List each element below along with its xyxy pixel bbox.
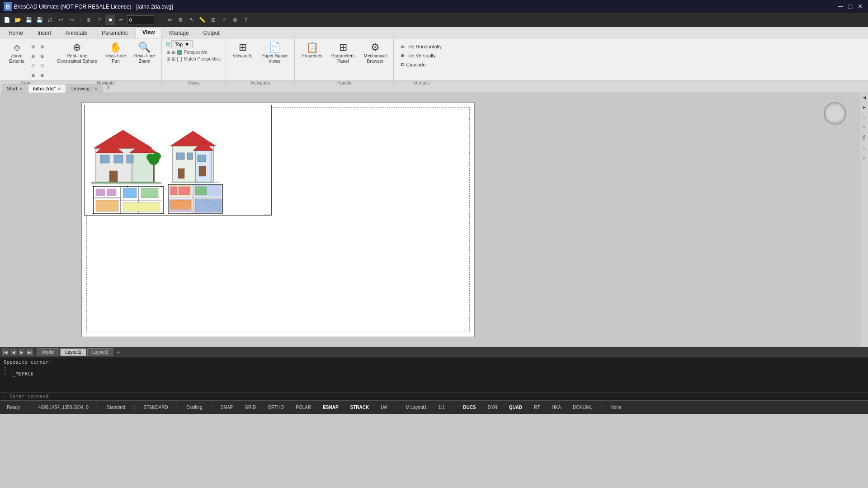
paper-space-views-btn[interactable]: 📄 Paper SpaceViews [258,40,291,72]
add-layout-btn[interactable]: + [114,348,122,356]
right-vtab-fx[interactable]: f(x) [861,133,867,142]
measure-btn[interactable]: 📏 [198,15,208,25]
doc-tab-start[interactable]: Start ✕ [2,84,28,93]
snap-btn[interactable]: ⊕ [84,15,94,25]
coordinates[interactable]: 4690.1454, 1350.6904, 0 [35,404,92,411]
layout-nav-prev[interactable]: ◀ [10,348,17,356]
viewport-box[interactable]: ⊡ [84,105,272,216]
new-btn[interactable]: 📄 [2,15,12,25]
latha-tab-close[interactable]: ✕ [57,86,61,91]
grid-btn[interactable]: GRID [241,404,259,411]
mechanical-browser-btn[interactable]: ⚙ MechanicalBrowser [361,40,390,72]
doc-tab-latha[interactable]: latha 2da* ✕ [28,84,66,93]
modify-btn[interactable]: ⚙ [176,15,186,25]
select-btn[interactable]: ↖ [187,15,197,25]
ducs-btn[interactable]: DUCS [460,404,479,411]
zoom-btn-1[interactable]: ⊕ [29,42,37,51]
drawing1-tab-close[interactable]: ✕ [94,86,98,91]
blocks-btn[interactable]: ⊞ [208,15,218,25]
match-perspective-checkbox[interactable] [177,57,182,61]
right-vtab-1[interactable]: ▶ [861,103,867,111]
tab-home[interactable]: Home [2,28,30,38]
zoom-btn-8[interactable]: ⊛ [38,70,46,80]
dyn-btn[interactable]: DYN [485,404,500,411]
viewports-btn[interactable]: ⊞ Viewports [230,40,256,72]
right-panel-collapse[interactable]: ◀ [863,95,866,100]
tab-annotate[interactable]: Annotate [59,28,94,38]
snap2-btn[interactable]: ⊕ [230,15,240,25]
layout-tab-layout2[interactable]: Layout2 [87,348,113,356]
perspective-checkbox[interactable] [177,50,182,55]
viewport-resize-handle[interactable]: ⊡ [264,214,271,216]
layout-nav-next[interactable]: ▶ [18,348,25,356]
saveas-btn[interactable]: 💾 [34,15,44,25]
add-tab-btn[interactable]: + [103,83,113,93]
zoom-btn-2[interactable]: ⊖ [29,52,37,61]
fields-btn[interactable]: ≡ [219,15,229,25]
layout-nav-last[interactable]: ▶| [26,348,33,356]
right-vtab-3[interactable]: ≡ [861,146,867,152]
zoom-btn-3[interactable]: ⊙ [29,61,37,70]
start-tab-close[interactable]: ✕ [19,86,23,91]
tab-insert[interactable]: Insert [31,28,58,38]
tile-vertically-btn[interactable]: ⊞ Tile Vertically [397,51,445,60]
right-vtab-4[interactable]: ≡ [861,155,867,161]
hka-btn[interactable]: HKA [548,404,564,411]
canvas-area[interactable]: ⊡ [0,93,860,347]
realtime-zoom-btn[interactable]: 🔍 Real-TimeZoom [131,40,158,72]
none-label[interactable]: None [607,404,624,411]
view-top-row: ▤ Top ▼ [165,40,222,48]
doc-tab-drawing1[interactable]: Drawing1 ✕ [66,84,103,93]
properties-btn[interactable]: 📋 Properties [298,40,326,72]
right-vtab-2[interactable]: ≡ [861,115,867,121]
undo-btn[interactable]: ↩ [56,15,66,25]
realtime-constrained-btn[interactable]: ⊕ Real-TimeConstrained Sphere [54,40,100,72]
svg-rect-34 [96,200,118,211]
layout-nav-first[interactable]: |◀ [2,348,9,356]
minimize-btn[interactable]: ─ [836,2,844,10]
layout-tab-model[interactable]: Model [37,348,59,356]
cascade-btn[interactable]: ⧉ Cascade [397,60,445,69]
quad-btn[interactable]: QUAD [506,404,525,411]
polar-btn[interactable]: POLAR [292,404,314,411]
draw-btn[interactable]: ✏ [165,15,175,25]
realtime-pan-btn[interactable]: ✋ Real-TimePan [102,40,129,72]
tab-manage[interactable]: Manage [162,28,195,38]
zoom-btn-4[interactable]: ⊛ [29,70,37,80]
layer-btn[interactable]: ≡ [94,15,104,25]
save-btn[interactable]: 💾 [24,15,33,25]
strack-btn[interactable]: STRACK [347,404,373,411]
lw-btn[interactable]: LW [377,404,390,411]
esnap-btn[interactable]: ESNAP [320,404,341,411]
color-btn[interactable]: ■ [105,15,115,25]
zoom-btn-7[interactable]: ⊙ [38,61,46,70]
rt-btn[interactable]: RT [531,404,543,411]
print-btn[interactable]: 🖨 [45,15,55,25]
standard-label[interactable]: Standard [104,404,128,411]
parameters-panel-btn[interactable]: ⊞ ParametersPanel [328,40,358,72]
tab-output[interactable]: Output [197,28,226,38]
standard2-label[interactable]: STANDARD [141,404,171,411]
snap-btn[interactable]: SNAP [217,404,236,411]
lineweight-btn[interactable]: ━ [116,15,126,25]
layer-input[interactable] [127,15,154,24]
ortho-btn[interactable]: ORTHO [264,404,287,411]
zoom-btn-6[interactable]: ⊖ [38,52,46,61]
close-btn[interactable]: ✕ [856,2,864,10]
redo-btn[interactable]: ↪ [67,15,77,25]
open-btn[interactable]: 📂 [13,15,23,25]
drafting-label[interactable]: Drafting [183,404,205,411]
layout-tab-layout1[interactable]: Layout1 [60,348,86,356]
zoom-extents-btn[interactable]: ⌾ ZoomExtents [5,40,28,72]
tile-horizontally-btn[interactable]: ⊟ Tile Horizontally [397,42,445,51]
right-vtab-layers[interactable]: ≡ [861,124,867,130]
dokuml-btn[interactable]: DOKUML [570,404,595,411]
help-btn[interactable]: ? [241,15,251,25]
tab-parametric[interactable]: Parametric [95,28,135,38]
titlebar: B BricsCAD Ultimate (NOT FOR RESALE Lice… [0,0,868,13]
view-dropdown[interactable]: Top ▼ [171,40,193,48]
tab-view[interactable]: View [136,27,161,38]
cmd-input[interactable] [50,394,864,399]
maximize-btn[interactable]: □ [846,2,854,10]
zoom-btn-5[interactable]: ⊕ [38,42,46,51]
